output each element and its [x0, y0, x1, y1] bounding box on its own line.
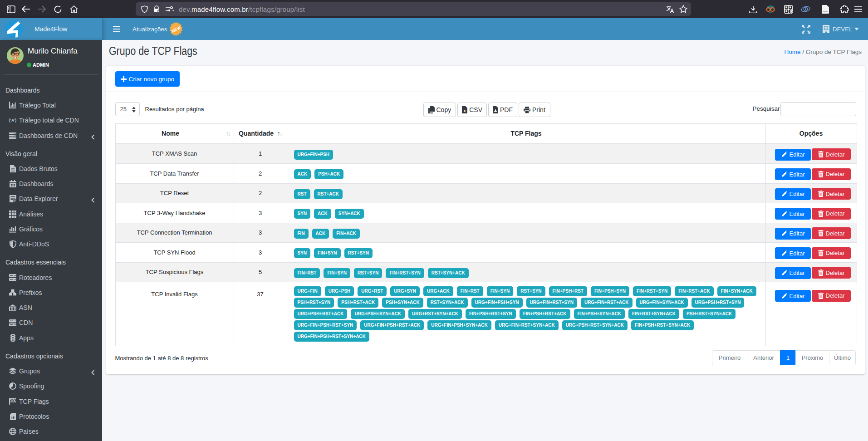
svg-text:x: x	[464, 108, 466, 113]
svg-text:(‛A’): (‛A’)	[9, 118, 16, 123]
